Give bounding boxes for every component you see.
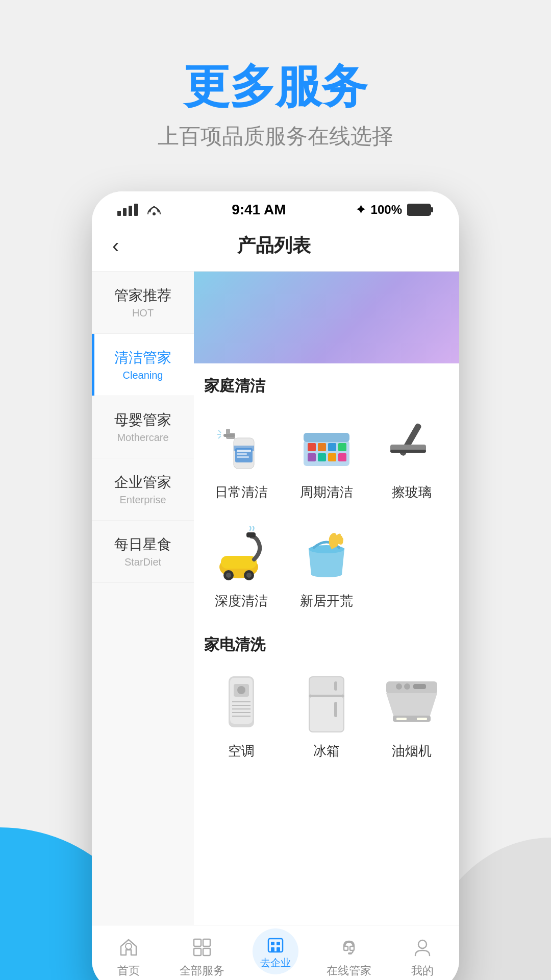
- svg-point-73: [418, 940, 427, 948]
- user-icon: [410, 935, 435, 960]
- sidebar-item-cleaning[interactable]: 清洁管家 Cleaning: [92, 334, 194, 396]
- svg-rect-72: [348, 952, 352, 954]
- svg-rect-34: [246, 532, 256, 537]
- svg-rect-13: [237, 453, 247, 455]
- item-window-cleaning[interactable]: 擦玻璃: [369, 405, 454, 513]
- svg-rect-52: [309, 695, 344, 697]
- svg-rect-22: [318, 443, 326, 451]
- back-button[interactable]: ‹: [112, 234, 119, 257]
- svg-rect-27: [328, 453, 336, 461]
- svg-point-58: [404, 683, 410, 690]
- svg-rect-70: [271, 947, 274, 952]
- svg-rect-0: [117, 211, 121, 216]
- svg-rect-67: [268, 939, 283, 952]
- nav-title: 产品列表: [129, 233, 418, 258]
- svg-rect-12: [237, 450, 251, 452]
- bluetooth-icon: ✦: [356, 203, 366, 217]
- svg-rect-54: [334, 702, 337, 717]
- sidebar-item-stardiet[interactable]: 每日星食 StarDiet: [92, 521, 194, 583]
- svg-point-57: [396, 683, 402, 690]
- svg-rect-31: [390, 450, 426, 453]
- svg-rect-6: [431, 207, 433, 212]
- tab-all-services-label: 全部服务: [180, 963, 224, 978]
- squeegee-icon: [381, 415, 442, 476]
- svg-rect-69: [277, 942, 280, 945]
- banner: [194, 272, 459, 363]
- svg-rect-60: [396, 718, 407, 720]
- tab-mine-label: 我的: [411, 963, 434, 978]
- home-icon: [116, 935, 141, 960]
- main-content: 管家推荐 HOT 清洁管家 Cleaning 母婴管家 Mothercare 企…: [92, 272, 459, 925]
- tab-enterprise[interactable]: 去企业: [239, 939, 312, 974]
- sidebar: 管家推荐 HOT 清洁管家 Cleaning 母婴管家 Mothercare 企…: [92, 272, 194, 925]
- svg-rect-3: [134, 204, 138, 216]
- deep-cleaning-label: 深度清洁: [215, 592, 268, 610]
- ac-label: 空调: [228, 742, 255, 760]
- page-title: 更多服务: [0, 61, 551, 112]
- svg-rect-55: [386, 681, 437, 694]
- svg-rect-20: [304, 433, 349, 442]
- svg-rect-68: [271, 942, 274, 945]
- svg-rect-15: [223, 434, 235, 437]
- svg-point-4: [153, 212, 156, 215]
- svg-rect-25: [308, 453, 316, 461]
- item-daily-cleaning[interactable]: 日常清洁: [199, 405, 284, 513]
- refrigerator-icon: [296, 674, 357, 735]
- phone-mockup: 9:41 AM ✦ 100% ‹ 产品列表 管家推荐 HOT 清洁管家 Clea…: [92, 191, 459, 980]
- svg-line-16: [218, 430, 221, 433]
- svg-rect-1: [123, 208, 127, 216]
- sidebar-item-mothercare[interactable]: 母婴管家 Mothercare: [92, 396, 194, 458]
- svg-rect-51: [310, 697, 343, 731]
- sidebar-item-hot[interactable]: 管家推荐 HOT: [92, 272, 194, 334]
- range-hood-label: 油烟机: [392, 742, 432, 760]
- tab-all-services[interactable]: 全部服务: [165, 935, 239, 978]
- tab-mine[interactable]: 我的: [386, 935, 459, 978]
- item-ac[interactable]: 空调: [199, 664, 284, 772]
- content-panel: 家庭清洁: [194, 272, 459, 925]
- status-time: 9:41 AM: [232, 202, 286, 218]
- fridge-label: 冰箱: [313, 742, 340, 760]
- tab-home[interactable]: 首页: [92, 935, 165, 978]
- spray-bottle-icon: [211, 415, 272, 476]
- svg-rect-53: [334, 681, 337, 691]
- svg-rect-63: [194, 939, 201, 946]
- svg-rect-14: [237, 456, 249, 458]
- svg-rect-64: [203, 939, 210, 946]
- window-cleaning-label: 擦玻璃: [392, 483, 432, 501]
- status-right: ✦ 100%: [356, 203, 434, 217]
- tab-enterprise-label: 去企业: [260, 956, 291, 970]
- svg-rect-26: [318, 453, 326, 461]
- range-hood-icon: [381, 674, 442, 735]
- nav-bar: ‹ 产品列表: [92, 223, 459, 272]
- svg-rect-21: [308, 443, 316, 451]
- tab-online-manager[interactable]: 在线管家: [312, 935, 386, 978]
- tab-bar: 首页 全部服务: [92, 925, 459, 980]
- section-title-home-cleaning: 家庭清洁: [194, 363, 459, 405]
- item-deep-cleaning[interactable]: 深度清洁: [199, 513, 284, 622]
- svg-rect-33: [221, 556, 257, 569]
- svg-rect-23: [328, 443, 336, 451]
- svg-rect-66: [203, 948, 210, 955]
- svg-rect-61: [417, 718, 427, 720]
- new-home-label: 新居开荒: [300, 592, 353, 610]
- item-new-home[interactable]: 新居开荒: [284, 513, 369, 622]
- bucket-gloves-icon: [296, 524, 357, 585]
- svg-point-36: [226, 573, 231, 578]
- svg-rect-28: [338, 453, 346, 461]
- svg-rect-71: [277, 947, 280, 952]
- svg-line-18: [218, 436, 221, 438]
- tab-home-label: 首页: [117, 963, 140, 978]
- headset-icon: [336, 935, 362, 960]
- home-cleaning-grid: 日常清洁: [194, 405, 459, 622]
- item-fridge[interactable]: 冰箱: [284, 664, 369, 772]
- svg-rect-24: [338, 443, 346, 451]
- steam-cleaner-icon: [211, 524, 272, 585]
- daily-cleaning-label: 日常清洁: [215, 483, 268, 501]
- cleaning-box-icon: [296, 415, 357, 476]
- sidebar-item-enterprise[interactable]: 企业管家 Enterprise: [92, 458, 194, 521]
- item-periodic-cleaning[interactable]: 周期清洁: [284, 405, 369, 513]
- grid-icon: [189, 935, 215, 960]
- enterprise-center-button[interactable]: 去企业: [253, 928, 298, 974]
- item-range-hood[interactable]: 油烟机: [369, 664, 454, 772]
- page-subtitle: 上百项品质服务在线选择: [0, 122, 551, 151]
